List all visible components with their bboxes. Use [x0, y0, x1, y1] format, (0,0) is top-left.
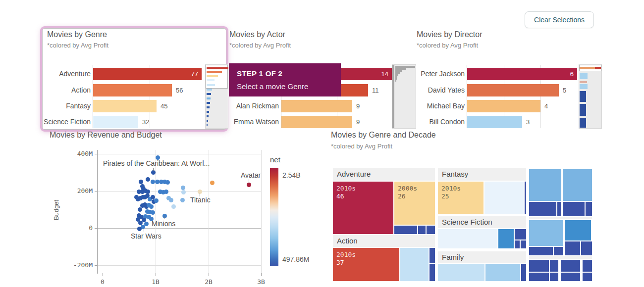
- treemap-tile[interactable]: [529, 220, 563, 246]
- treemap-tile[interactable]: [529, 273, 549, 281]
- treemap-tile-adventure[interactable]: [418, 226, 426, 234]
- treemap-section-header: Family: [438, 251, 526, 263]
- treemap-tile[interactable]: [529, 260, 549, 272]
- genre-bar[interactable]: [93, 100, 157, 112]
- clear-selections-button[interactable]: Clear Selections: [525, 11, 594, 28]
- treemap-tile[interactable]: [563, 169, 592, 201]
- actor-bar[interactable]: [281, 116, 352, 128]
- director-bar[interactable]: 6: [467, 68, 577, 80]
- treemap-section-header: Fantasy: [438, 168, 526, 181]
- treemap-tile[interactable]: [561, 273, 580, 281]
- scatter-point[interactable]: [169, 198, 173, 202]
- scatter-x-tick: [156, 273, 156, 276]
- treemap-tile[interactable]: [583, 260, 592, 272]
- scatter-point[interactable]: [210, 181, 215, 185]
- treemap-tile[interactable]: [561, 260, 580, 272]
- treemap-tile[interactable]: [529, 169, 561, 201]
- treemap-tile-action[interactable]: [429, 264, 435, 281]
- treemap-tile-science-fiction[interactable]: [515, 240, 520, 248]
- treemap-tile-science-fiction[interactable]: [438, 229, 497, 248]
- treemap-tile-decade-label: 2000s: [394, 182, 435, 192]
- treemap-tile-family[interactable]: [521, 264, 526, 281]
- treemap-tile[interactable]: [563, 202, 585, 216]
- treemap-tile[interactable]: [557, 202, 561, 216]
- genre-bar[interactable]: [93, 84, 172, 96]
- scatter-point[interactable]: [149, 204, 154, 209]
- treemap-tile-adventure[interactable]: 2010s46: [333, 182, 393, 234]
- director-minimap-bar: [595, 67, 601, 69]
- treemap-tile-adventure[interactable]: [394, 226, 417, 234]
- scatter-point[interactable]: [162, 214, 167, 218]
- genre-bar-label: Action: [11, 84, 91, 96]
- scatter-point[interactable]: [164, 190, 168, 194]
- treemap-tile[interactable]: [529, 247, 553, 255]
- treemap-tile[interactable]: [586, 202, 592, 216]
- scatter-point[interactable]: [138, 207, 142, 212]
- treemap-tile-adventure[interactable]: [427, 226, 435, 234]
- director-bar[interactable]: [467, 84, 559, 96]
- treemap-tile-family[interactable]: [438, 264, 484, 281]
- scatter-point[interactable]: [181, 190, 186, 194]
- director-minimap-bar: [580, 104, 586, 116]
- treemap-tile-family[interactable]: [485, 264, 520, 281]
- treemap-tile-fantasy[interactable]: [525, 182, 526, 214]
- genre-bar-value: 45: [161, 100, 167, 112]
- genre-minimap-bar: [207, 93, 211, 95]
- genre-chart-subtitle: *colored by Avg Profit: [47, 42, 108, 49]
- scatter-h-gridline: [97, 228, 261, 229]
- treemap-tile-decade-label: 2010s: [333, 248, 399, 259]
- genre-bar[interactable]: 77: [93, 68, 202, 80]
- genre-bar[interactable]: [93, 116, 138, 128]
- scatter-point[interactable]: [171, 204, 176, 209]
- treemap-tile[interactable]: [583, 273, 592, 281]
- scatter-point[interactable]: [139, 180, 143, 184]
- scatter-point[interactable]: [151, 210, 155, 215]
- treemap-tile-fantasy[interactable]: [484, 182, 524, 214]
- treemap-tile-fantasy[interactable]: 2010s25: [438, 182, 483, 214]
- treemap-tile-science-fiction[interactable]: [515, 229, 526, 239]
- actor-chart-subtitle: *colored by Avg Profit: [229, 42, 291, 49]
- director-bar-value: 3: [526, 116, 530, 128]
- treemap-tile[interactable]: [550, 273, 558, 281]
- scatter-v-gridline: [156, 150, 156, 273]
- actor-bar-label: Emma Watson: [200, 116, 279, 128]
- scatter-point[interactable]: [137, 227, 142, 231]
- director-bar[interactable]: [467, 100, 540, 112]
- director-chart-subtitle: *colored by Avg Profit: [417, 42, 478, 49]
- treemap-tile-science-fiction[interactable]: [521, 240, 526, 248]
- scatter-point[interactable]: [180, 198, 185, 202]
- actor-bar-value: 11: [372, 84, 379, 96]
- actor-bar-value: 9: [356, 116, 360, 128]
- scatter-h-gridline: [97, 191, 261, 191]
- treemap-tile[interactable]: [550, 260, 558, 272]
- scatter-point[interactable]: [151, 180, 155, 184]
- treemap-tile[interactable]: [565, 241, 580, 255]
- director-bar[interactable]: [467, 116, 522, 128]
- actor-bar[interactable]: [281, 100, 352, 112]
- treemap-tile-action[interactable]: [400, 248, 429, 281]
- treemap-chart-title: Movies by Genre and Decade: [331, 131, 436, 140]
- treemap-tile-adventure[interactable]: 2000s26: [394, 182, 435, 225]
- selection-step-tooltip: STEP 1 OF 2 Select a movie Genre: [229, 63, 341, 96]
- scatter-chart-title: Movies by Revenue and Budget: [50, 131, 162, 140]
- director-minimap-scrollbar[interactable]: [579, 64, 602, 129]
- treemap-tile-action[interactable]: 2010s37: [333, 248, 399, 281]
- treemap-tile[interactable]: [581, 241, 592, 255]
- scatter-y-tick-label: 400M: [62, 150, 93, 157]
- treemap-tile[interactable]: [529, 202, 556, 216]
- scatter-point[interactable]: [154, 198, 159, 203]
- scatter-point[interactable]: [181, 186, 185, 190]
- scatter-x-tick-label: 3B: [249, 278, 273, 286]
- treemap-tile[interactable]: [554, 247, 563, 255]
- scatter-y-tick: [95, 191, 97, 191]
- treemap-tile[interactable]: [565, 220, 591, 240]
- director-bar-value: 5: [563, 84, 566, 96]
- treemap-tile-science-fiction[interactable]: [498, 229, 514, 248]
- scatter-point[interactable]: [165, 180, 170, 185]
- scatter-point[interactable]: [146, 177, 150, 182]
- scatter-point[interactable]: [247, 183, 251, 187]
- scatter-y-axis: [97, 150, 98, 274]
- treemap[interactable]: Adventure2010s462000s26Action2010s37Fant…: [332, 168, 592, 281]
- scatter-point[interactable]: [151, 170, 156, 175]
- treemap-tile-action[interactable]: [429, 248, 435, 263]
